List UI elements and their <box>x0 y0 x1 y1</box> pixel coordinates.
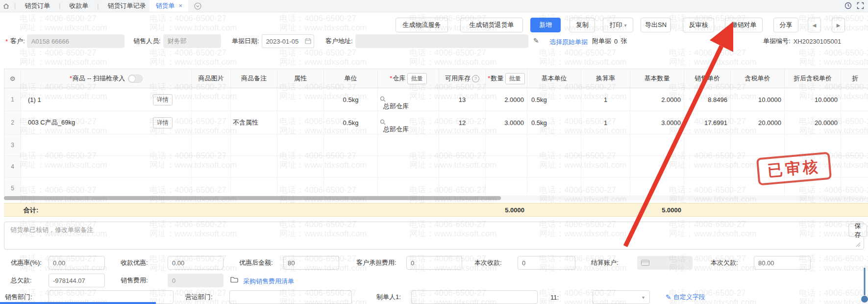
unit-cell[interactable] <box>324 156 378 177</box>
detail-button[interactable]: 详情 <box>153 94 173 105</box>
discount-cell[interactable] <box>841 88 868 111</box>
sale-price-cell[interactable]: 8.8496 <box>684 88 731 111</box>
base-unit-cell[interactable] <box>527 156 581 177</box>
sale-price-cell[interactable] <box>684 156 731 177</box>
base-quantity-cell[interactable]: 3.0000 <box>630 111 684 134</box>
vertical-scroll-indicator[interactable] <box>861 268 868 304</box>
tax-price-cell[interactable]: 10.0000 <box>731 88 785 111</box>
unit-cell[interactable] <box>324 134 378 156</box>
warehouse-cell[interactable] <box>378 134 439 156</box>
warehouse-cell[interactable]: 总部仓库 <box>378 88 439 111</box>
unit-cell[interactable]: 0.5kg <box>324 88 378 111</box>
product-cell[interactable] <box>21 156 192 177</box>
gear-icon[interactable]: ⚙ <box>10 75 16 82</box>
tab-sales-order-record[interactable]: 销货订单记录 <box>103 0 149 12</box>
quantity-batch-button[interactable]: 批量 <box>505 73 525 84</box>
discount-cell[interactable] <box>841 156 868 177</box>
folder-icon[interactable] <box>230 277 238 283</box>
history-clock-icon[interactable] <box>844 2 852 9</box>
available-stock-cell[interactable] <box>439 156 486 177</box>
product-remark-cell[interactable] <box>231 88 277 111</box>
product-remark-cell[interactable] <box>231 134 277 156</box>
quantity-cell[interactable] <box>486 156 527 177</box>
quantity-cell[interactable]: 2.0000 <box>486 88 527 111</box>
add-new-button[interactable]: 新增 <box>530 18 561 32</box>
next-record-button[interactable]: ▶ <box>832 18 845 32</box>
base-unit-cell[interactable]: 0.5kg <box>527 111 581 134</box>
edit-pencil-icon[interactable]: ✎ <box>533 37 539 45</box>
order-remark-textarea[interactable] <box>4 222 864 250</box>
tabs-dropdown-icon[interactable] <box>194 2 201 10</box>
product-remark-cell[interactable] <box>231 156 277 177</box>
sales-expense-input[interactable] <box>168 274 223 287</box>
warehouse-cell[interactable]: 总部仓库 <box>378 111 439 134</box>
customer-borne-fee-input[interactable] <box>406 256 462 270</box>
attachment-count[interactable]: 0 <box>614 38 618 45</box>
tax-price-cell[interactable] <box>731 134 785 156</box>
sale-price-cell[interactable]: 17.6991 <box>684 111 731 134</box>
detail-button[interactable]: 详情 <box>153 117 173 128</box>
cancel-match-button[interactable]: 撤销对单 <box>725 18 763 32</box>
discounted-tax-price-cell[interactable]: 10.0000 <box>785 88 841 111</box>
sale-price-cell[interactable] <box>684 134 731 156</box>
base-unit-cell[interactable]: 0.5kg <box>527 88 581 111</box>
tab-sales-slip-active[interactable]: 销货单 × <box>149 0 188 12</box>
document-maker-input[interactable] <box>411 290 538 304</box>
close-icon[interactable]: × <box>178 0 182 12</box>
available-stock-cell[interactable] <box>439 134 486 156</box>
base-quantity-cell[interactable] <box>630 134 684 156</box>
base-quantity-cell[interactable]: 2.0000 <box>630 88 684 111</box>
conversion-rate-cell[interactable]: 1 <box>581 111 630 134</box>
tax-price-cell[interactable]: 20.0000 <box>731 111 785 134</box>
attribute-cell[interactable] <box>277 88 324 111</box>
tab-receipt[interactable]: 收款单 <box>65 0 92 12</box>
conversion-rate-cell[interactable] <box>581 134 630 156</box>
search-icon[interactable] <box>380 96 437 102</box>
product-image-cell[interactable] <box>192 88 231 111</box>
select-original-doc-link[interactable]: 选择原始单据 <box>549 38 588 47</box>
product-image-cell[interactable] <box>192 134 231 156</box>
total-arrears-input[interactable] <box>49 274 105 287</box>
export-sn-button[interactable]: 导出SN <box>641 18 671 32</box>
horizontal-scrollbar-thumb[interactable] <box>4 196 501 200</box>
current-receipt-input[interactable] <box>518 256 575 270</box>
purchase-sales-expense-list-link[interactable]: 采购销售费用清单 <box>243 277 294 286</box>
product-image-cell[interactable] <box>192 111 231 134</box>
resize-handle-icon[interactable] <box>856 242 861 247</box>
home-icon[interactable] <box>3 3 9 9</box>
base-quantity-cell[interactable] <box>630 156 684 177</box>
attribute-cell[interactable] <box>277 111 324 134</box>
discounted-tax-price-cell[interactable]: 20.0000 <box>785 111 841 134</box>
salesperson-input[interactable] <box>163 34 221 48</box>
amount-after-discount-input[interactable] <box>283 256 339 270</box>
customer-input[interactable] <box>27 34 124 48</box>
product-remark-cell[interactable]: 不含属性 <box>231 111 277 134</box>
tab-sales-order[interactable]: 销货订单 <box>21 0 54 12</box>
attribute-cell[interactable] <box>277 134 324 156</box>
receipt-discount-input[interactable] <box>168 256 223 270</box>
generate-logistics-button[interactable]: 生成物流服务 <box>396 18 448 32</box>
share-button[interactable]: 分享 <box>773 18 798 32</box>
fullscreen-icon[interactable] <box>857 2 864 9</box>
product-cell[interactable]: (1) 1详情 <box>21 88 192 111</box>
print-button[interactable]: 打印▾ <box>603 18 633 32</box>
generate-sales-return-button[interactable]: 生成销货退货单 <box>460 18 523 32</box>
conversion-rate-cell[interactable]: 1 <box>581 88 630 111</box>
discounted-tax-price-cell[interactable] <box>785 134 841 156</box>
search-icon[interactable] <box>380 119 437 125</box>
base-unit-cell[interactable] <box>527 134 581 156</box>
product-cell[interactable]: 003 C产品_69kg详情 <box>21 111 192 134</box>
custom-field-11-select[interactable] <box>593 290 650 304</box>
available-stock-cell[interactable]: 13 <box>439 88 486 111</box>
unit-cell[interactable]: 0.5kg <box>324 111 378 134</box>
product-cell[interactable] <box>21 134 192 156</box>
customer-address-input[interactable] <box>355 34 528 48</box>
operations-department-input[interactable] <box>229 290 352 304</box>
attribute-cell[interactable] <box>277 156 324 177</box>
discount-cell[interactable] <box>841 111 868 134</box>
scan-input-toggle[interactable] <box>128 75 143 83</box>
prev-record-button[interactable]: ◀ <box>808 18 821 32</box>
discount-cell[interactable] <box>841 134 868 156</box>
quantity-cell[interactable] <box>486 134 527 156</box>
product-image-cell[interactable] <box>192 156 231 177</box>
